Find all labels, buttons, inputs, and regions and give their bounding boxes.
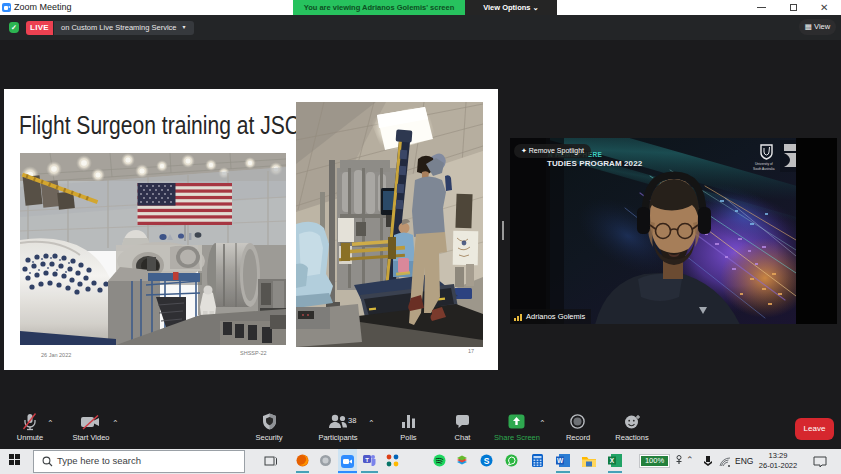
svg-text:W: W <box>557 457 564 464</box>
svg-text:S: S <box>484 456 490 466</box>
svg-text:TUDIES PROGRAM 2022: TUDIES PROGRAM 2022 <box>547 159 643 168</box>
svg-text:T: T <box>365 457 369 463</box>
svg-text:South Australia: South Australia <box>753 167 775 171</box>
svg-text:X: X <box>610 457 615 464</box>
svg-text:University of: University of <box>755 162 773 166</box>
